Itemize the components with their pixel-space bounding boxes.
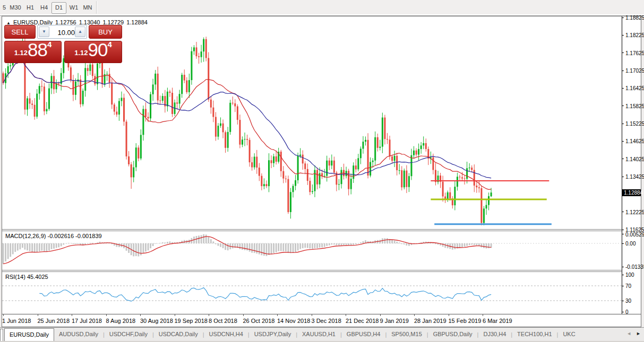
sell-price-pipette: 4 bbox=[47, 40, 51, 49]
rsi-tick-label: 100 bbox=[625, 272, 634, 278]
volume-decrease-icon[interactable]: ▼ bbox=[39, 27, 49, 37]
tab-dj30-h4[interactable]: DJ30,H4 bbox=[478, 328, 511, 340]
sell-price-base: 1.12 bbox=[14, 49, 28, 57]
volume-spinner: ▼ ▲ bbox=[37, 25, 87, 39]
price-tick-label: 1.14025 bbox=[625, 156, 644, 162]
timeframe-button-m30[interactable]: M30 bbox=[8, 2, 22, 13]
main-chart-pane[interactable]: ▲EURUSD,Daily1.127561.130401.127291.1288… bbox=[2, 16, 622, 229]
tab-tech100-h1[interactable]: TECH100,H1 bbox=[512, 328, 556, 340]
price-tick-label: 1.18225 bbox=[625, 32, 644, 38]
date-tick bbox=[277, 314, 278, 316]
tab-stub bbox=[0, 329, 3, 341]
price-tick bbox=[622, 71, 624, 71]
price-tick bbox=[622, 230, 624, 230]
mt4-app: 5M30H1H4D1W1MN ▲EURUSD,Daily1.127561.130… bbox=[0, 0, 644, 342]
price-axis: 1.12884 1.188251.182251.176251.170251.16… bbox=[622, 16, 641, 314]
macd-tick bbox=[622, 243, 624, 244]
price-tick bbox=[622, 106, 624, 106]
tab-usdcnh-h4[interactable]: USDCNH,H4 bbox=[204, 328, 248, 340]
date-tick bbox=[414, 314, 415, 316]
tab-usdcad-daily[interactable]: USDCAD,Daily bbox=[154, 328, 203, 340]
timeframe-button-d1[interactable]: D1 bbox=[51, 2, 66, 14]
date-tick bbox=[38, 314, 38, 316]
buy-price-pipette: 4 bbox=[107, 40, 111, 49]
sell-price-button[interactable]: 1.12884 bbox=[4, 41, 62, 63]
price-tick bbox=[622, 141, 624, 142]
date-tick bbox=[106, 314, 107, 316]
date-tick bbox=[175, 314, 175, 316]
scroll-tabs-left-icon[interactable]: ◄ bbox=[626, 331, 631, 336]
date-tick-label: 15 Feb 2019 bbox=[449, 318, 482, 324]
price-tick-label: 1.16425 bbox=[625, 85, 644, 91]
rsi-tick-label: 30 bbox=[625, 298, 631, 304]
rsi-tick-label: 70 bbox=[625, 283, 631, 289]
price-tick bbox=[622, 159, 624, 159]
tab-xauusd-h1[interactable]: XAUUSD,H1 bbox=[297, 328, 340, 340]
tab-audusd-daily[interactable]: AUDUSD,Daily bbox=[54, 328, 103, 340]
macd-tick-label: 0.005294 bbox=[625, 232, 644, 238]
macd-pane[interactable]: MACD(12,26,9) -0.002616 -0.001839 bbox=[2, 231, 622, 270]
date-tick-label: 30 Aug 2018 bbox=[140, 318, 173, 324]
rsi-label: RSI(14) 45.4025 bbox=[5, 274, 48, 280]
tab-gbpusd-daily[interactable]: GBPUSD,Daily bbox=[428, 328, 477, 340]
date-tick-label: 9 Jan 2019 bbox=[380, 318, 409, 324]
date-tick-label: 3 Dec 2018 bbox=[312, 318, 341, 324]
ohlc-close: 1.12884 bbox=[126, 19, 148, 25]
rsi-tick bbox=[622, 275, 624, 275]
volume-increase-icon[interactable]: ▲ bbox=[75, 27, 85, 37]
rsi-tick bbox=[622, 301, 624, 301]
rsi-tick bbox=[622, 312, 624, 312]
scroll-tabs-right-icon[interactable]: ► bbox=[636, 331, 641, 336]
one-click-trading-panel: SELL ▼ ▲ BUY 1.12884 1.12904 bbox=[4, 25, 122, 76]
macd-tick bbox=[622, 267, 624, 267]
macd-tick bbox=[622, 234, 624, 234]
volume-input[interactable] bbox=[50, 25, 76, 39]
date-tick-label: 19 Sep 2018 bbox=[175, 318, 208, 324]
price-tick-label: 1.15225 bbox=[625, 121, 644, 127]
macd-tick-label: 0.00 bbox=[625, 241, 636, 247]
rsi-pane[interactable]: RSI(14) 45.4025 bbox=[2, 272, 622, 314]
tab-usdjpy-daily[interactable]: USDJPY,Daily bbox=[250, 328, 296, 340]
tab-sp500-m15[interactable]: SP500,M15 bbox=[387, 328, 426, 340]
date-tick-label: 28 Jan 2019 bbox=[414, 318, 446, 324]
price-tick bbox=[622, 177, 624, 177]
buy-button[interactable]: BUY bbox=[89, 25, 122, 39]
date-tick-label: 17 Jul 2018 bbox=[72, 318, 102, 324]
buy-price-button[interactable]: 1.12904 bbox=[64, 41, 122, 63]
price-tick bbox=[622, 35, 624, 36]
macd-tick-label: -0.013353 bbox=[625, 264, 644, 270]
tab-eurusd-daily[interactable]: EURUSD,Daily bbox=[4, 328, 54, 341]
date-tick-label: 14 Nov 2018 bbox=[277, 318, 310, 324]
date-tick bbox=[380, 314, 381, 316]
date-tick bbox=[209, 314, 209, 316]
date-tick-label: 1 Jun 2018 bbox=[2, 318, 31, 324]
price-tick-label: 1.14625 bbox=[625, 138, 644, 144]
timeframe-button-h4[interactable]: H4 bbox=[38, 2, 50, 13]
date-tick-label: 6 Mar 2019 bbox=[483, 318, 512, 324]
timeframe-button-5[interactable]: 5 bbox=[1, 2, 7, 13]
timeframe-button-w1[interactable]: W1 bbox=[68, 2, 80, 13]
date-tick bbox=[3, 314, 4, 316]
rsi-tick bbox=[622, 286, 624, 286]
current-price-tag: 1.12884 bbox=[622, 189, 641, 196]
sell-button[interactable]: SELL bbox=[4, 25, 36, 39]
price-tick-label: 1.12225 bbox=[625, 209, 644, 215]
chart-window: ▲EURUSD,Daily1.127561.130401.127291.1288… bbox=[2, 16, 641, 327]
date-tick bbox=[483, 314, 483, 316]
rsi-canvas[interactable] bbox=[2, 272, 622, 314]
date-tick-label: 25 Jun 2018 bbox=[38, 318, 70, 324]
time-axis: 1 Jun 201825 Jun 201817 Jul 20188 Aug 20… bbox=[2, 314, 641, 327]
chart-tab-bar: EURUSD,DailyAUDUSD,Daily|USDCHF,Daily|US… bbox=[0, 327, 644, 341]
price-tick-label: 1.18825 bbox=[625, 15, 644, 21]
tab-usdchf-daily[interactable]: USDCHF,Daily bbox=[105, 328, 152, 340]
tab-ukc[interactable]: UKC bbox=[558, 328, 580, 340]
timeframe-toolbar: 5M30H1H4D1W1MN bbox=[0, 0, 644, 16]
date-tick bbox=[72, 314, 72, 316]
timeframe-button-h1[interactable]: H1 bbox=[24, 2, 36, 13]
tab-gbpusd-h4[interactable]: GBPUSD,H4 bbox=[342, 328, 385, 340]
price-tick bbox=[622, 88, 624, 89]
price-tick bbox=[622, 17, 624, 18]
price-tick-label: 1.17625 bbox=[625, 50, 644, 56]
timeframe-button-mn[interactable]: MN bbox=[81, 2, 94, 13]
buy-price-pips: 90 bbox=[88, 39, 108, 60]
